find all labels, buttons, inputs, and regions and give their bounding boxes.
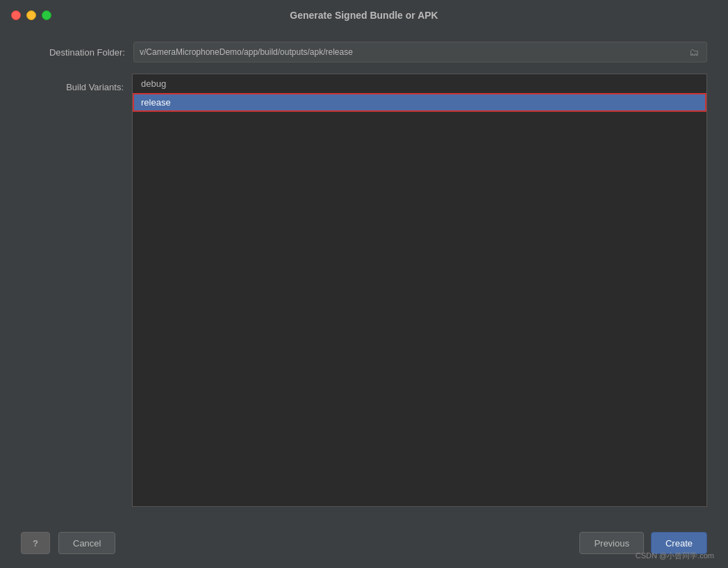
dialog-content: Destination Folder: 🗂 Build Variants: de… bbox=[0, 31, 728, 521]
help-button[interactable]: ? bbox=[21, 532, 50, 554]
dialog-title: Generate Signed Bundle or APK bbox=[290, 10, 438, 21]
browse-folder-icon[interactable]: 🗂 bbox=[687, 45, 701, 59]
footer-left: ? Cancel bbox=[21, 532, 115, 554]
main-area: Build Variants: debug release bbox=[21, 74, 707, 507]
minimize-button[interactable] bbox=[26, 10, 36, 20]
destination-folder-label: Destination Folder: bbox=[21, 47, 125, 58]
cancel-button[interactable]: Cancel bbox=[58, 532, 115, 554]
dialog-footer: ? Cancel Previous Create bbox=[0, 521, 728, 568]
title-bar: Generate Signed Bundle or APK bbox=[0, 0, 728, 31]
generate-signed-apk-dialog: Generate Signed Bundle or APK Destinatio… bbox=[0, 0, 728, 568]
build-variants-label-col: Build Variants: bbox=[21, 74, 132, 507]
build-variants-list[interactable]: debug release bbox=[132, 74, 707, 507]
destination-folder-input-wrapper: 🗂 bbox=[133, 42, 707, 62]
traffic-lights bbox=[11, 10, 51, 20]
watermark: CSDN @小曾同学.com bbox=[636, 551, 714, 561]
maximize-button[interactable] bbox=[42, 10, 51, 20]
build-variants-label: Build Variants: bbox=[66, 82, 124, 507]
list-item-release[interactable]: release bbox=[133, 93, 706, 112]
close-button[interactable] bbox=[11, 10, 21, 20]
destination-folder-row: Destination Folder: 🗂 bbox=[21, 42, 707, 62]
destination-folder-input[interactable] bbox=[140, 47, 684, 57]
list-item-debug[interactable]: debug bbox=[133, 74, 706, 93]
previous-button[interactable]: Previous bbox=[579, 532, 644, 554]
